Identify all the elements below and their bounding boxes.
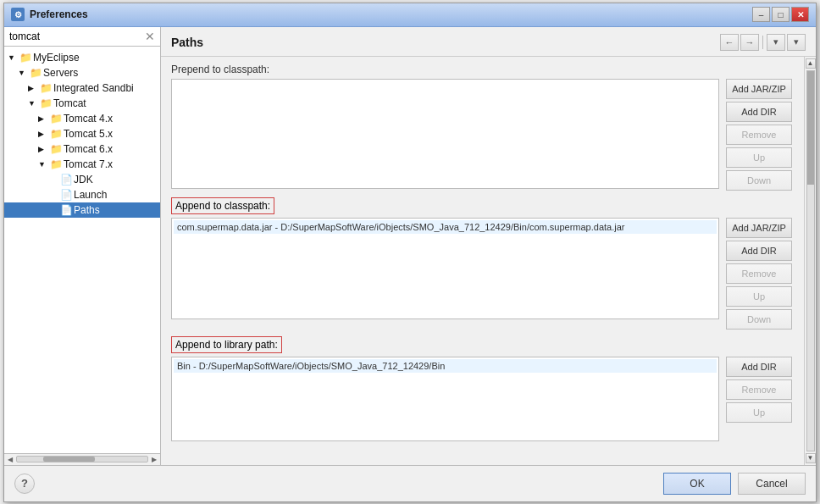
footer-left: ? [14, 474, 35, 494]
scroll-down-icon[interactable]: ▼ [806, 453, 816, 463]
library-label: Append to library path: [171, 336, 282, 353]
scroll-right-icon[interactable]: ▶ [152, 456, 157, 463]
prepend-add-dir-button[interactable]: Add DIR [726, 102, 792, 122]
folder-icon: 📁 [50, 158, 62, 170]
search-bar: ✕ [4, 27, 160, 47]
right-content: Prepend to classpath: Add JAR/ZIP Add DI… [161, 57, 804, 465]
tree-label: JDK [74, 174, 93, 186]
library-section: Append to library path: Bin - D:/SuperMa… [171, 336, 794, 441]
tree-label: MyEclipse [33, 52, 80, 64]
prepend-up-button[interactable]: Up [726, 147, 792, 168]
library-classpath-area[interactable]: Bin - D:/SuperMapSoftWare/iObjects/SMO_J… [171, 357, 719, 441]
vscroll-track[interactable] [806, 70, 815, 451]
append-classpath-row: com.supermap.data.jar - D:/SuperMapSoftW… [174, 220, 717, 234]
append-buttons: Add JAR/ZIP Add DIR Remove Up Down [726, 218, 794, 330]
append-add-dir-button[interactable]: Add DIR [726, 241, 792, 261]
tree-item-myeclipse[interactable]: ▼ 📁 MyEclipse [4, 50, 160, 65]
library-classpath-row: Bin - D:/SuperMapSoftWare/iObjects/SMO_J… [174, 359, 717, 373]
append-label-wrapper: Append to classpath: [171, 197, 794, 218]
close-button[interactable]: ✕ [791, 7, 809, 22]
minimize-button[interactable]: – [752, 7, 770, 22]
right-panel-inner: Prepend to classpath: Add JAR/ZIP Add DI… [161, 57, 816, 465]
tree-container: ▼ 📁 MyEclipse ▼ 📁 Servers ▶ 📁 Integrated… [4, 47, 160, 453]
tree-arrow: ▼ [38, 160, 48, 169]
title-bar-left: ⚙ Preferences [11, 8, 88, 21]
horizontal-scrollbar[interactable]: ◀ ▶ [4, 453, 160, 465]
scroll-track[interactable] [16, 456, 148, 462]
page-icon: 📄 [60, 204, 72, 216]
append-remove-button[interactable]: Remove [726, 263, 792, 284]
tree-arrow: ▶ [28, 84, 38, 92]
panel-title: Paths [171, 36, 203, 49]
more-button[interactable]: ▾ [787, 34, 806, 51]
tree-arrow: ▼ [8, 53, 18, 62]
append-classpath-area[interactable]: com.supermap.data.jar - D:/SuperMapSoftW… [171, 218, 719, 319]
library-up-button[interactable]: Up [726, 402, 792, 423]
cancel-button[interactable]: Cancel [738, 473, 806, 495]
footer-right: OK Cancel [663, 473, 806, 495]
folder-icon: 📁 [30, 67, 42, 79]
folder-icon: 📁 [40, 82, 52, 94]
tree-item-tomcat6x[interactable]: ▶ 📁 Tomcat 6.x [4, 141, 160, 157]
tree-item-jdk[interactable]: 📄 JDK [4, 172, 160, 187]
prepend-buttons: Add JAR/ZIP Add DIR Remove Up Down [726, 79, 794, 191]
library-left: Bin - D:/SuperMapSoftWare/iObjects/SMO_J… [171, 357, 719, 441]
append-up-button[interactable]: Up [726, 286, 792, 307]
append-add-jar-button[interactable]: Add JAR/ZIP [726, 218, 792, 238]
tree-arrow: ▼ [28, 99, 38, 108]
ok-button[interactable]: OK [663, 473, 731, 495]
prepend-label: Prepend to classpath: [171, 64, 794, 75]
forward-button[interactable]: → [740, 34, 759, 51]
dropdown-button[interactable]: ▾ [767, 34, 785, 51]
help-button[interactable]: ? [14, 474, 35, 494]
tree-label: Tomcat 6.x [64, 143, 113, 155]
tree-item-integrated[interactable]: ▶ 📁 Integrated Sandbi [4, 80, 160, 96]
append-left: com.supermap.data.jar - D:/SuperMapSoftW… [171, 218, 719, 319]
tree-arrow: ▶ [38, 145, 48, 153]
folder-icon: 📁 [40, 97, 52, 109]
scroll-left-icon[interactable]: ◀ [8, 456, 13, 463]
dialog-footer: ? OK Cancel [4, 465, 816, 501]
prepend-add-jar-button[interactable]: Add JAR/ZIP [726, 79, 792, 99]
tree-item-tomcat7x[interactable]: ▼ 📁 Tomcat 7.x [4, 157, 160, 172]
library-remove-button[interactable]: Remove [726, 379, 792, 400]
append-group: com.supermap.data.jar - D:/SuperMapSoftW… [171, 218, 794, 330]
scroll-up-icon[interactable]: ▲ [806, 58, 816, 69]
tree-label: Tomcat 4.x [64, 113, 113, 125]
prepend-down-button[interactable]: Down [726, 170, 792, 191]
folder-icon: 📁 [50, 113, 62, 125]
title-bar: ⚙ Preferences – □ ✕ [4, 3, 816, 27]
maximize-button[interactable]: □ [772, 7, 790, 22]
back-button[interactable]: ← [720, 34, 739, 51]
main-content: Prepend to classpath: Add JAR/ZIP Add DI… [161, 57, 804, 465]
append-section: Append to classpath: com.supermap.data.j… [171, 197, 794, 330]
search-clear-icon[interactable]: ✕ [143, 30, 157, 43]
tree-label: Tomcat 7.x [64, 158, 113, 170]
tree-item-servers[interactable]: ▼ 📁 Servers [4, 65, 160, 80]
tree-arrow: ▶ [38, 114, 48, 123]
scroll-thumb [43, 457, 96, 462]
tree-item-tomcat[interactable]: ▼ 📁 Tomcat [4, 96, 160, 111]
preferences-dialog: ⚙ Preferences – □ ✕ ✕ ▼ 📁 MyEclipse [3, 3, 817, 502]
tree-label: Servers [43, 67, 78, 79]
tree-label: Tomcat [53, 97, 86, 109]
prepend-classpath-area[interactable] [171, 79, 719, 189]
tree-item-tomcat4x[interactable]: ▶ 📁 Tomcat 4.x [4, 111, 160, 126]
prepend-remove-button[interactable]: Remove [726, 125, 792, 145]
right-header: Paths ← → ▾ ▾ [161, 27, 816, 57]
append-label: Append to classpath: [171, 197, 274, 214]
prepend-section: Prepend to classpath: Add JAR/ZIP Add DI… [171, 64, 794, 191]
header-toolbar: ← → ▾ ▾ [720, 34, 806, 51]
search-input[interactable] [8, 29, 141, 44]
library-add-dir-button[interactable]: Add DIR [726, 357, 792, 377]
append-down-button[interactable]: Down [726, 309, 792, 330]
tree-item-launch[interactable]: 📄 Launch [4, 187, 160, 202]
prepend-left [171, 79, 719, 189]
tree-item-tomcat5x[interactable]: ▶ 📁 Tomcat 5.x [4, 126, 160, 141]
vertical-scrollbar[interactable]: ▲ ▼ [804, 57, 816, 465]
toolbar-separator [762, 36, 763, 49]
tree-item-paths[interactable]: 📄 Paths [4, 202, 160, 218]
right-panel: Paths ← → ▾ ▾ Prepend to classpath: [161, 27, 816, 465]
library-group: Bin - D:/SuperMapSoftWare/iObjects/SMO_J… [171, 357, 794, 441]
dialog-icon: ⚙ [11, 8, 25, 21]
